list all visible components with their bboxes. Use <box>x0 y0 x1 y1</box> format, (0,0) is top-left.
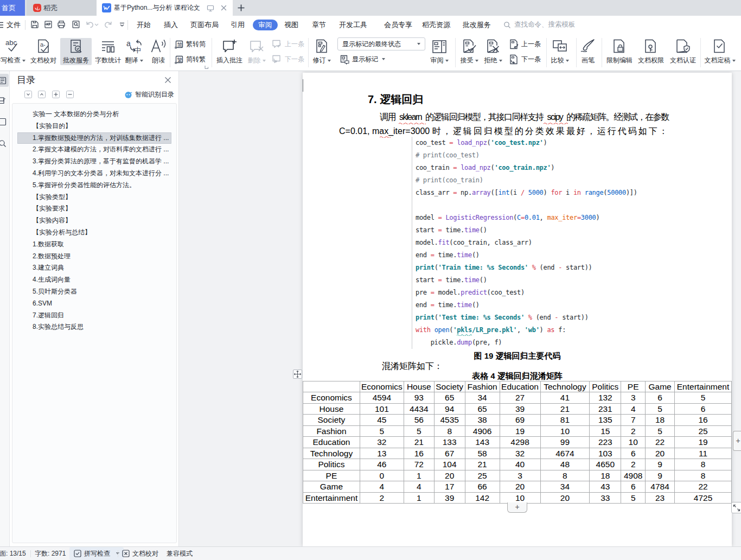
table-cell[interactable]: 4 <box>360 481 404 493</box>
toc-item[interactable]: 5.贝叶斯分类器 <box>17 286 171 298</box>
table-cell[interactable]: 58 <box>465 448 500 459</box>
ribbon-reject-button[interactable]: 拒绝 <box>480 35 507 69</box>
table-header-cell[interactable]: Fashion <box>465 381 500 392</box>
ribbon-next-comment-button[interactable]: 下一条 <box>272 52 304 67</box>
table-row-label[interactable]: Education <box>303 437 360 448</box>
table-header-cell[interactable]: Entertainment <box>675 381 732 392</box>
toc-item[interactable]: 【实验要求】 <box>17 203 171 215</box>
toc-item[interactable]: 【实验内容】 <box>17 215 171 227</box>
table-cell[interactable]: 34 <box>540 481 590 493</box>
table-cell[interactable]: 18 <box>646 415 675 426</box>
table-cell[interactable]: 72 <box>404 459 434 470</box>
menu-insert[interactable]: 插入 <box>164 16 178 34</box>
table-cell[interactable]: 4908 <box>621 470 646 481</box>
undo-icon[interactable] <box>85 20 95 29</box>
ribbon-prev-comment-button[interactable]: 上一条 <box>272 36 304 52</box>
table-cell[interactable]: 5 <box>404 425 434 437</box>
table-row-label[interactable]: Fashion <box>303 425 360 437</box>
rail-search-button[interactable] <box>0 137 9 150</box>
rail-toc-button[interactable] <box>0 74 9 87</box>
toc-item[interactable]: 8.实验总结与反思 <box>17 321 171 333</box>
table-cell[interactable]: 223 <box>590 437 621 448</box>
table-cell[interactable]: 4298 <box>500 437 540 448</box>
table-cell[interactable]: 133 <box>434 437 465 448</box>
table-cell[interactable]: 10 <box>500 492 540 504</box>
toc-item[interactable]: 【实验分析与总结】 <box>17 227 171 239</box>
table-cell[interactable]: 22 <box>675 481 732 493</box>
table-cell[interactable]: 4725 <box>675 492 732 504</box>
table-cell[interactable]: 16 <box>404 448 434 459</box>
table-cell[interactable]: 17 <box>434 481 465 493</box>
ribbon-doc-proof-button[interactable]: a- 文档校对 <box>24 35 62 69</box>
table-header-cell[interactable]: Game <box>646 381 675 392</box>
document-page[interactable]: 7. 逻辑回归 调用 sklearn 的逻辑回归模型，其接口同样支持 scipy… <box>303 73 732 546</box>
table-cell[interactable]: 65 <box>434 392 465 404</box>
toc-collapse-up-button[interactable] <box>38 91 46 98</box>
ribbon-review-button[interactable]: 审阅 <box>426 35 453 69</box>
table-cell[interactable]: 40 <box>500 459 540 470</box>
table-cell[interactable]: 10 <box>621 437 646 448</box>
table-row-label[interactable]: Politics <box>303 459 360 470</box>
customize-toolbar-icon[interactable] <box>117 20 127 29</box>
table-cell[interactable]: 4 <box>621 403 646 415</box>
table-cell[interactable]: 34 <box>465 392 500 404</box>
rail-note-button[interactable] <box>0 115 9 128</box>
ribbon-insert-comment-button[interactable]: 插入批注 <box>213 35 246 69</box>
toc-expand-all-button[interactable] <box>52 91 60 98</box>
table-cell[interactable]: 94 <box>434 403 465 415</box>
toc-item[interactable]: 4.生成词向量 <box>17 274 171 286</box>
table-cell[interactable]: 103 <box>590 448 621 459</box>
monitor-icon[interactable] <box>207 4 214 12</box>
menu-proof-service[interactable]: 批改服务 <box>463 16 491 34</box>
table-cell[interactable]: 8 <box>540 470 590 481</box>
table-cell[interactable]: 8 <box>675 470 732 481</box>
table-cell[interactable]: 5 <box>621 492 646 504</box>
table-cell[interactable]: 32 <box>500 448 540 459</box>
status-spell-check-button[interactable]: 拼写检查 <box>69 547 124 560</box>
menu-page-layout[interactable]: 页面布局 <box>190 16 219 34</box>
ribbon-brush-button[interactable]: 画笔 <box>575 35 601 69</box>
table-header-cell[interactable]: Politics <box>590 381 621 392</box>
table-header-cell[interactable]: Technology <box>540 381 590 392</box>
undo-dropdown-icon[interactable] <box>94 20 99 29</box>
dialog-launcher-icon[interactable] <box>205 65 209 69</box>
ribbon-prev-change-button[interactable]: 上一条 <box>509 36 541 52</box>
ribbon-accept-button[interactable]: 接受 <box>456 35 483 69</box>
table-cell[interactable]: 6 <box>621 448 646 459</box>
ribbon-doc-auth-button[interactable]: 文档认证 <box>667 35 699 69</box>
table-header-cell[interactable] <box>303 381 360 392</box>
table-move-handle[interactable] <box>293 370 302 379</box>
menu-review-active[interactable]: 审阅 <box>253 20 278 30</box>
table-cell[interactable]: 7 <box>621 415 646 426</box>
table-add-row-button[interactable]: + <box>507 502 527 513</box>
table-cell[interactable]: 48 <box>540 459 590 470</box>
table-cell[interactable]: 11 <box>675 448 732 459</box>
table-cell[interactable]: 25 <box>675 425 732 437</box>
ribbon-doc-permission-button[interactable]: 文档权限 <box>635 35 667 69</box>
save-icon[interactable] <box>30 20 40 29</box>
table-cell[interactable]: 20 <box>540 492 590 504</box>
toc-item[interactable]: 【实验类型】 <box>17 192 171 203</box>
table-cell[interactable]: 93 <box>404 392 434 404</box>
table-cell[interactable]: 231 <box>590 403 621 415</box>
tab-home[interactable]: 首页 <box>0 0 25 16</box>
table-cell[interactable]: 56 <box>404 415 434 426</box>
table-cell[interactable]: 27 <box>500 392 540 404</box>
table-cell[interactable]: 8 <box>675 459 732 470</box>
menu-start[interactable]: 开始 <box>137 16 151 34</box>
table-cell[interactable]: 33 <box>590 492 621 504</box>
close-tab-icon[interactable] <box>220 4 227 11</box>
table-cell[interactable]: 4906 <box>465 425 500 437</box>
ribbon-next-change-button[interactable]: 下一条 <box>509 52 541 67</box>
menu-reference[interactable]: 引用 <box>231 16 245 34</box>
markup-state-dropdown[interactable]: 显示标记的最终状态 <box>337 37 425 50</box>
table-row-label[interactable]: Economics <box>303 392 360 404</box>
table-cell[interactable]: 135 <box>590 415 621 426</box>
table-cell[interactable]: 1 <box>404 470 434 481</box>
toc-item[interactable]: 【实验目的】 <box>17 120 171 132</box>
table-cell[interactable]: 20 <box>434 470 465 481</box>
table-cell[interactable]: 3 <box>500 470 540 481</box>
table-cell[interactable]: 32 <box>360 437 404 448</box>
table-cell[interactable]: 0 <box>360 470 404 481</box>
table-cell[interactable]: 5 <box>360 425 404 437</box>
